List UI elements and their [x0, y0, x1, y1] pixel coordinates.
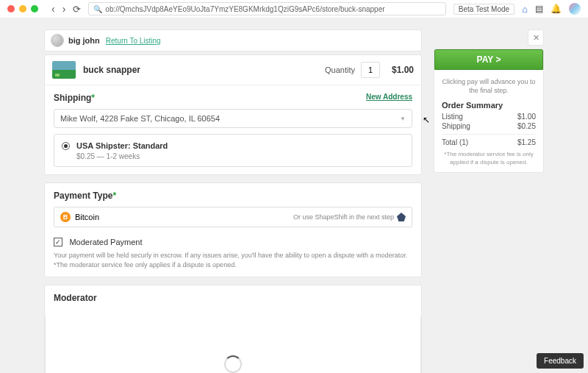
bitcoin-icon: B — [60, 212, 71, 222]
total-label: Total (1) — [442, 138, 468, 146]
avatar[interactable] — [569, 3, 581, 15]
reload-icon[interactable]: ⟳ — [73, 4, 81, 15]
shipping-heading: Shipping — [54, 93, 91, 103]
summary-row: Listing $1.00 — [442, 113, 536, 121]
radio-checked-icon[interactable] — [62, 142, 70, 150]
shapeshift-text: Or use ShapeShift in the next step — [293, 213, 394, 221]
spinner-icon — [224, 355, 242, 373]
payment-heading: Payment Type — [54, 191, 112, 201]
back-icon[interactable]: ‹ — [51, 3, 55, 15]
shipping-option[interactable]: USA Shipster: Standard $0.25 — 1-2 weeks — [54, 134, 412, 167]
url-text: ob://QmchsJVdp8AeYEo9UoJta7YmzYE8GKMrkdg… — [105, 5, 384, 13]
total-value: $1.25 — [517, 138, 536, 146]
moderated-label: Moderated Payment — [69, 238, 142, 246]
selected-address: Mike Wolf, 4228 Fake ST, Chicago, IL 606… — [60, 114, 220, 123]
tag-icon[interactable]: ▤ — [535, 4, 543, 14]
shipping-option-detail: $0.25 — 1-2 weeks — [76, 152, 404, 160]
forward-icon[interactable]: › — [62, 3, 66, 15]
shapeshift-icon — [397, 213, 406, 221]
close-button[interactable]: ✕ — [528, 29, 544, 46]
pay-note: Clicking pay will advance you to the fin… — [442, 78, 536, 95]
payment-method-select[interactable]: B Bitcoin Or use ShapeShift in the next … — [54, 207, 412, 227]
summary-label: Shipping — [442, 122, 470, 130]
payment-coin: Bitcoin — [75, 213, 99, 221]
item-thumbnail — [52, 61, 76, 79]
bell-icon[interactable]: 🔔 — [551, 4, 562, 14]
summary-row: Shipping $0.25 — [442, 122, 536, 130]
order-summary-heading: Order Summary — [442, 101, 536, 110]
moderated-checkbox[interactable]: ✓ — [54, 238, 62, 246]
summary-value: $0.25 — [517, 122, 536, 130]
moderator-loading — [45, 316, 421, 373]
new-address-link[interactable]: New Address — [366, 93, 412, 101]
seller-avatar-icon — [51, 34, 64, 47]
maximize-window-icon[interactable] — [31, 5, 38, 13]
summary-note: *The moderator service fee is only appli… — [442, 151, 536, 166]
beta-badge: Beta Test Mode — [453, 4, 514, 15]
pay-button[interactable]: PAY > — [434, 49, 543, 70]
summary-value: $1.00 — [517, 113, 536, 121]
moderator-heading: Moderator — [54, 293, 412, 303]
quantity-label: Quantity — [325, 65, 355, 74]
window-traffic-lights[interactable] — [7, 5, 38, 13]
feedback-button[interactable]: Feedback — [537, 353, 584, 369]
summary-total-row: Total (1) $1.25 — [442, 134, 536, 146]
close-window-icon[interactable] — [7, 5, 15, 13]
search-icon: 🔍 — [93, 5, 102, 13]
quantity-input[interactable] — [361, 62, 380, 78]
seller-name: big john — [68, 36, 100, 45]
store-icon[interactable]: ⌂ — [522, 4, 528, 15]
item-title: buck snapper — [83, 65, 140, 75]
item-price: $1.00 — [392, 65, 414, 75]
summary-label: Listing — [442, 113, 463, 121]
moderated-description: Your payment will be held securly in esc… — [54, 251, 412, 269]
address-bar[interactable]: 🔍 ob://QmchsJVdp8AeYEo9UoJta7YmzYE8GKMrk… — [88, 2, 445, 15]
shipping-option-name: USA Shipster: Standard — [76, 141, 168, 150]
chevron-down-icon: ▼ — [400, 116, 406, 122]
return-to-listing-link[interactable]: Return To Listing — [106, 37, 161, 45]
minimize-window-icon[interactable] — [19, 5, 26, 13]
address-select[interactable]: Mike Wolf, 4228 Fake ST, Chicago, IL 606… — [54, 109, 412, 128]
